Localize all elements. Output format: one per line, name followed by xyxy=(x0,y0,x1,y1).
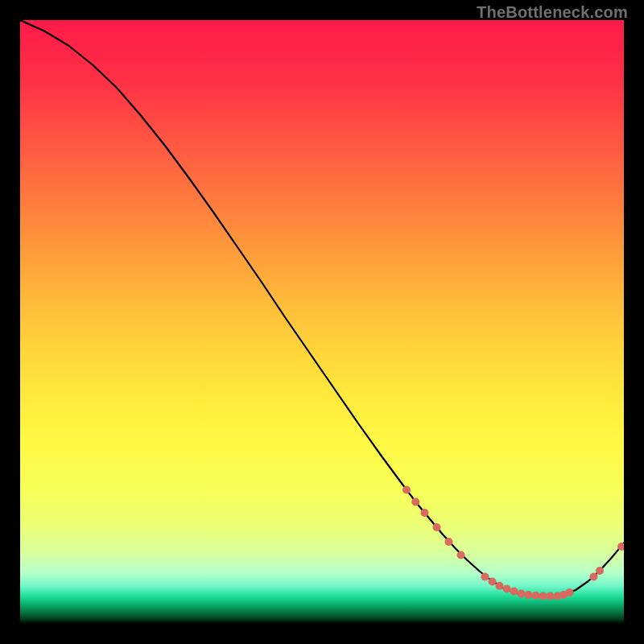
marker-point xyxy=(402,486,411,494)
marker-point xyxy=(547,592,555,601)
marker-point xyxy=(590,573,598,581)
chart-container: TheBottleneck.com xyxy=(0,0,644,644)
gradient-background xyxy=(20,20,624,624)
marker-point xyxy=(421,509,429,517)
marker-point xyxy=(489,578,497,586)
plot-area xyxy=(20,20,624,624)
marker-point xyxy=(496,582,504,590)
marker-point xyxy=(518,590,526,598)
marker-point xyxy=(503,585,511,593)
chart-svg xyxy=(20,20,624,624)
marker-point xyxy=(566,588,574,597)
marker-point xyxy=(481,573,489,581)
watermark-text: TheBottleneck.com xyxy=(477,3,628,22)
marker-point xyxy=(532,592,540,600)
marker-point xyxy=(525,591,533,599)
marker-point xyxy=(596,567,604,575)
marker-point xyxy=(445,538,453,546)
marker-point xyxy=(411,498,419,506)
marker-point xyxy=(510,588,518,596)
marker-point xyxy=(433,523,441,531)
marker-point xyxy=(539,592,547,601)
marker-point xyxy=(457,551,465,559)
